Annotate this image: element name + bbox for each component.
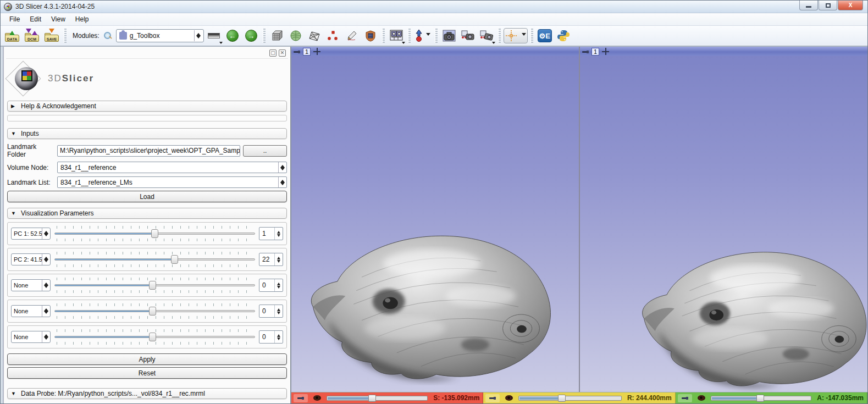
python-console-button[interactable] [555, 27, 572, 45]
pc1-slider[interactable] [54, 225, 255, 242]
volume-node-spin[interactable] [278, 162, 286, 173]
red-slice-offset-slider[interactable] [327, 395, 428, 402]
forward-button[interactable]: → [242, 27, 260, 45]
landmark-folder-input[interactable]: M:\Ryan\python_scripts\slicer\project_we… [57, 145, 240, 157]
save-button[interactable]: SAVE [42, 27, 61, 45]
panel-popup-icon[interactable]: ▢ [269, 49, 277, 57]
pc4-selector-spin[interactable] [42, 306, 50, 317]
pc1-selector[interactable]: PC 1: 52.5 [11, 228, 51, 240]
pc5-selector[interactable]: None [11, 331, 51, 343]
screenshot-button[interactable] [440, 27, 458, 45]
help-section-title: Help & Acknowledgement [21, 102, 96, 110]
module-selector-spin[interactable] [194, 30, 202, 41]
yellow-slice-bar: R: 244.400mm [483, 392, 675, 403]
menu-edit[interactable]: Edit [25, 14, 46, 25]
help-acknowledgement-section[interactable]: ▶ Help & Acknowledgement [7, 101, 287, 112]
volume-node-selector[interactable]: 834_r1__reference [57, 162, 287, 173]
red-slice-pin[interactable] [294, 394, 308, 402]
module-history-button[interactable] [205, 27, 223, 45]
data-probe-section[interactable]: ▼ Data Probe: M:/Ryan/python_scripts/s..… [7, 388, 287, 399]
sceneview-capture-button[interactable] [459, 27, 477, 45]
yellow-slice-visibility-icon[interactable] [505, 395, 513, 401]
toolbar-separator [382, 29, 385, 43]
green-slice-pin[interactable] [678, 394, 692, 402]
browse-folder-button[interactable]: .. [243, 145, 287, 157]
panel-drag-handle[interactable] [1, 47, 4, 403]
pc2-slider[interactable] [54, 251, 255, 268]
pc1-selector-spin[interactable] [42, 228, 50, 239]
pc3-selector[interactable]: None [11, 279, 51, 291]
layout-selector-button[interactable] [388, 27, 405, 45]
reset-button[interactable]: Reset [7, 367, 287, 379]
sceneview-restore-button[interactable] [478, 27, 495, 45]
view-crosshair-icon[interactable] [313, 48, 320, 55]
sceneview-capture-icon [461, 30, 475, 42]
threeD-view-1[interactable]: 1 [291, 47, 579, 392]
transforms-module-button[interactable] [306, 27, 323, 45]
restore-button[interactable] [819, 1, 837, 10]
extensions-module-button[interactable] [362, 27, 379, 45]
collapsed-frame [7, 115, 287, 121]
landmark-list-spin[interactable] [278, 177, 286, 187]
extension-manager-icon: ⚙E [538, 29, 552, 42]
crosshair-button[interactable] [504, 28, 528, 43]
module-panel: ▢ ✕ 3DSlicer ▶ Help & Acknowledgement [1, 47, 291, 403]
pc5-value-spinbox[interactable]: 0 [259, 330, 283, 344]
markups-module-button[interactable] [324, 27, 342, 45]
pc5-slider[interactable] [54, 329, 255, 345]
green-slice-offset-slider[interactable] [711, 395, 812, 402]
landmark-list-value: 834_r1__reference_LMs [60, 179, 278, 186]
menu-file[interactable]: File [5, 14, 24, 25]
pc2-selector[interactable]: PC 2: 41.5 [11, 253, 51, 265]
pc4-selector[interactable]: None [11, 305, 51, 317]
pc4-slider[interactable] [54, 303, 255, 319]
annotations-module-button[interactable] [343, 27, 361, 45]
module-selector[interactable]: g_Toolbox [116, 29, 204, 42]
view1-canvas[interactable] [291, 56, 579, 392]
module-search-icon[interactable] [103, 31, 113, 41]
threeD-view-2[interactable]: 1 [579, 47, 867, 392]
yellow-slice-pin[interactable] [485, 394, 500, 402]
menu-view[interactable]: View [47, 14, 70, 25]
load-data-icon: DATA [5, 30, 19, 42]
view-crosshair-icon[interactable] [602, 48, 609, 55]
models-module-button[interactable] [287, 27, 305, 45]
back-button[interactable]: ← [224, 27, 241, 45]
view2-controller-bar: 1 [580, 47, 867, 56]
load-dicom-button[interactable]: DCM [23, 27, 41, 45]
inputs-section[interactable]: ▼ Inputs [7, 128, 287, 139]
pc3-slider[interactable] [54, 277, 255, 294]
pc3-value-spinbox[interactable]: 0 [259, 279, 283, 292]
load-button[interactable]: Load [7, 191, 287, 202]
view2-canvas[interactable] [580, 56, 867, 392]
inputs-section-title: Inputs [21, 130, 39, 137]
menu-help[interactable]: Help [71, 14, 93, 25]
close-button[interactable]: X [838, 1, 863, 10]
load-data-button[interactable]: DATA [3, 27, 21, 45]
landmark-list-selector[interactable]: 834_r1__reference_LMs [57, 176, 287, 188]
pc2-value-spinbox[interactable]: 22 [259, 253, 283, 266]
pc-row-5: None 0 [7, 325, 287, 348]
pc2-selector-spin[interactable] [42, 254, 50, 265]
panel-close-icon[interactable]: ✕ [279, 49, 286, 57]
extension-manager-button[interactable]: ⚙E [536, 27, 554, 45]
yellow-slice-offset-slider[interactable] [518, 395, 622, 402]
visualization-parameters-section[interactable]: ▼ Visualization Parameters [7, 208, 287, 219]
view-pin-icon[interactable] [582, 49, 589, 54]
scene-pin-button[interactable] [413, 27, 432, 45]
pc4-value-spinbox[interactable]: 0 [259, 305, 283, 318]
scene-pin-icon [415, 29, 423, 42]
chevron-down-icon [522, 33, 526, 38]
view-pin-icon[interactable] [294, 49, 300, 54]
pc-row-3: None 0 [7, 274, 287, 297]
red-slice-visibility-icon[interactable] [313, 395, 321, 401]
pc3-selector-spin[interactable] [42, 280, 50, 291]
pc1-value-spinbox[interactable]: 1 [259, 227, 283, 240]
volumes-module-button[interactable] [268, 27, 286, 45]
green-slice-visibility-icon[interactable] [698, 395, 705, 401]
chevron-down-icon [492, 42, 495, 44]
pc5-selector-spin[interactable] [42, 331, 50, 342]
markups-asterisk-icon [327, 30, 340, 42]
apply-button[interactable]: Apply [7, 353, 287, 365]
minimize-button[interactable] [799, 1, 818, 10]
